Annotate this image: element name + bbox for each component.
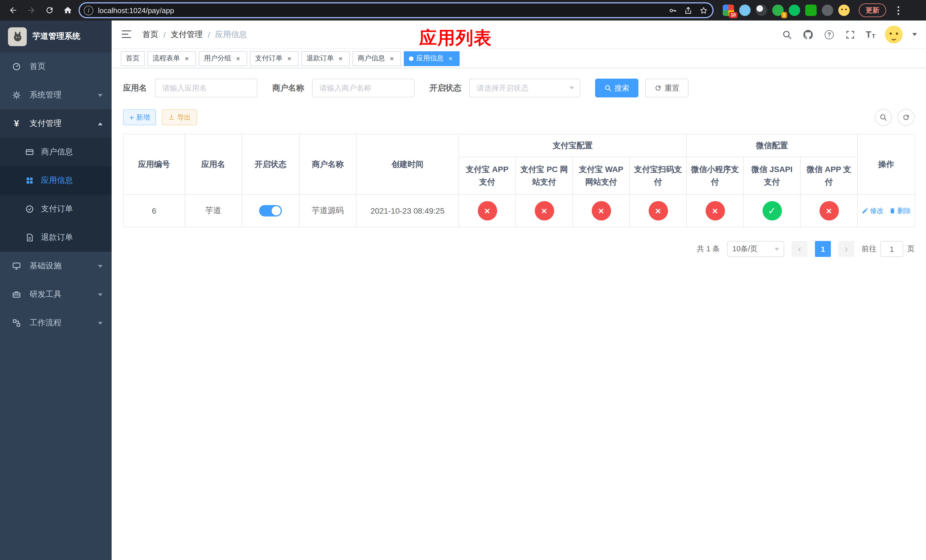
page-number-button[interactable]: 1 [815, 241, 831, 257]
col-header-wx-app: 微信 APP 支付 [800, 157, 857, 195]
wechat-mini-status-icon: × [705, 201, 725, 221]
page-size-select[interactable]: 10条/页 [727, 241, 784, 257]
github-icon[interactable] [802, 29, 814, 40]
tab-merchant-info[interactable]: 商户信息 × [353, 51, 401, 66]
col-header-merchant: 商户名称 [299, 134, 356, 195]
reload-icon[interactable] [42, 3, 57, 18]
navbar-actions: ? TT [781, 26, 917, 43]
help-icon[interactable]: ? [823, 29, 835, 40]
browser-extension-icon[interactable]: 1 [772, 5, 784, 16]
sidebar-item-home[interactable]: 首页 [0, 52, 112, 81]
close-icon[interactable]: × [234, 54, 242, 62]
breadcrumb-separator: / [163, 30, 166, 39]
payment-submenu: 商户信息 应用信息 支付订单 [0, 138, 112, 252]
gear-icon [11, 90, 22, 100]
password-key-icon[interactable] [669, 6, 677, 15]
merchant-card-icon [25, 147, 34, 157]
status-select-placeholder: 请选择开启状态 [477, 83, 528, 93]
table-row: 6 芋道 芋道源码 2021-10-23 08:49:25 × × × × × … [123, 195, 915, 227]
sidebar: 芋道管理系统 首页 系统管理 ¥ [0, 21, 112, 560]
toggle-search-icon[interactable] [875, 109, 892, 126]
user-avatar[interactable] [885, 26, 903, 43]
delete-link[interactable]: 删除 [889, 206, 911, 216]
filter-form: 应用名 商户名称 开启状态 请选择开启状态 搜索 重置 [123, 79, 915, 97]
tab-user-group[interactable]: 用户分组 × [199, 51, 247, 66]
close-icon[interactable]: × [285, 54, 293, 62]
tab-process-form[interactable]: 流程表单 × [147, 51, 196, 66]
monitor-icon [11, 261, 22, 271]
tab-app-info[interactable]: 应用信息 × [404, 51, 460, 66]
goto-suffix: 页 [907, 244, 915, 254]
breadcrumb-separator: / [208, 30, 210, 39]
search-button[interactable]: 搜索 [595, 79, 639, 97]
goto-prefix: 前往 [862, 244, 876, 254]
browser-extension-icon[interactable] [822, 5, 833, 16]
close-icon[interactable]: × [337, 54, 345, 62]
next-page-button[interactable]: › [838, 241, 854, 257]
back-icon[interactable] [6, 3, 21, 18]
sidebar-item-infrastructure[interactable]: 基础设施 [0, 252, 112, 280]
browser-extension-icon[interactable]: 10 [723, 5, 734, 16]
sidebar-subitem-app-info[interactable]: 应用信息 [0, 166, 112, 195]
col-header-created: 创建时间 [356, 134, 459, 195]
app-logo[interactable]: 芋道管理系统 [0, 21, 112, 52]
extension-badge: 1 [781, 12, 787, 18]
workflow-icon [11, 318, 22, 328]
browser-update-button[interactable]: 更新 [859, 3, 886, 17]
browser-extension-icon[interactable] [756, 5, 767, 16]
menu-label: 退款订单 [41, 232, 73, 243]
top-navbar: 首页 / 支付管理 / 应用信息 ? [112, 21, 926, 49]
app-name-input[interactable] [155, 79, 257, 97]
site-info-icon[interactable]: i [84, 5, 94, 15]
browser-extension-icon[interactable] [838, 5, 850, 16]
fullscreen-icon[interactable] [844, 29, 856, 40]
refresh-icon[interactable] [897, 109, 915, 126]
alipay-app-status-icon: × [478, 201, 497, 221]
tags-view-bar: 首页 流程表单 × 用户分组 × 支付订单 × 退款订单 × [112, 49, 926, 68]
browser-extension-icon[interactable] [739, 5, 750, 16]
search-icon[interactable] [781, 29, 793, 40]
sidebar-subitem-merchant-info[interactable]: 商户信息 [0, 138, 112, 166]
merchant-name-label: 商户名称 [272, 83, 304, 93]
close-icon[interactable]: × [388, 54, 396, 62]
logo-rabbit-icon [8, 27, 27, 46]
tab-payment-orders[interactable]: 支付订单 × [250, 51, 298, 66]
close-icon[interactable]: × [446, 54, 454, 62]
export-button[interactable]: 导出 [162, 109, 197, 125]
browser-menu-icon[interactable] [893, 4, 903, 17]
font-size-icon[interactable]: TT [865, 30, 875, 39]
goto-page-input[interactable] [881, 241, 903, 257]
forward-icon[interactable] [24, 3, 39, 18]
tab-home[interactable]: 首页 [121, 51, 145, 66]
sidebar-item-workflow[interactable]: 工作流程 [0, 309, 112, 337]
sidebar-subitem-payment-orders[interactable]: 支付订单 [0, 195, 112, 223]
share-icon[interactable] [684, 6, 693, 15]
reset-button[interactable]: 重置 [645, 79, 688, 97]
url-text[interactable]: localhost:1024/pay/app [98, 6, 664, 15]
sidebar-subitem-refund-orders[interactable]: 退款订单 [0, 223, 112, 252]
home-icon[interactable] [61, 3, 75, 18]
enabled-toggle[interactable] [259, 205, 282, 216]
breadcrumb-payment[interactable]: 支付管理 [171, 29, 203, 39]
tab-refund-orders[interactable]: 退款订单 × [301, 51, 350, 66]
sidebar-item-system[interactable]: 系统管理 [0, 81, 112, 109]
sidebar-item-payment[interactable]: ¥ 支付管理 [0, 109, 112, 138]
avatar-caret-icon[interactable] [912, 33, 917, 36]
sidebar-item-dev-tools[interactable]: 研发工具 [0, 280, 112, 309]
status-select[interactable]: 请选择开启状态 [469, 79, 580, 97]
url-bar[interactable]: i localhost:1024/pay/app [79, 2, 714, 18]
edit-link[interactable]: 修改 [861, 206, 884, 216]
wechat-app-status-icon: × [819, 201, 838, 221]
bookmark-star-icon[interactable] [699, 6, 708, 15]
browser-extension-icon[interactable] [789, 5, 800, 16]
close-icon[interactable]: × [183, 54, 191, 62]
menu-label: 商户信息 [41, 147, 73, 157]
browser-extension-icon[interactable] [805, 5, 817, 16]
add-button[interactable]: + 新增 [123, 109, 156, 125]
breadcrumb-home[interactable]: 首页 [142, 29, 158, 39]
merchant-name-input[interactable] [312, 79, 415, 97]
info-glyph: i [88, 7, 89, 14]
sidebar-toggle-icon[interactable] [121, 28, 133, 41]
table-utilities [875, 109, 915, 126]
prev-page-button[interactable]: ‹ [791, 241, 808, 257]
